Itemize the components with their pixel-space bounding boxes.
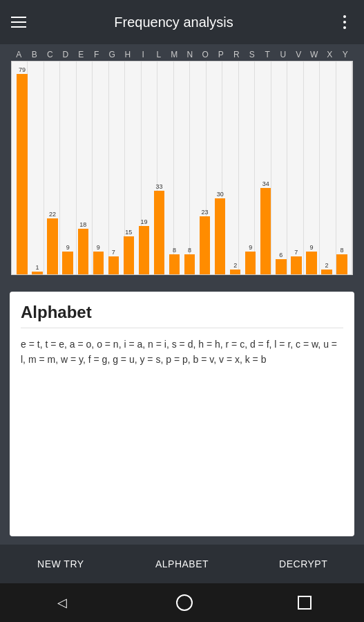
- bar-value-w: 9: [309, 245, 313, 251]
- alphabet-card-title: Alphabet: [21, 303, 343, 322]
- bar-w: [306, 252, 316, 274]
- chart-label-o: O: [198, 50, 212, 59]
- bar-m: [169, 254, 180, 274]
- alphabet-card: Alphabet e = t, t = e, a = o, o = n, i =…: [10, 292, 354, 536]
- bar-value-r: 2: [233, 263, 237, 269]
- bar-col-h: 15: [121, 67, 136, 274]
- chart-label-l: L: [152, 50, 166, 59]
- bar-t: [260, 188, 271, 274]
- bar-u: [276, 259, 286, 274]
- bar-value-m: 8: [173, 247, 176, 254]
- chart-label-n: N: [183, 50, 197, 59]
- bar-col-p: 30: [213, 67, 228, 274]
- bar-c: [47, 218, 57, 274]
- bar-col-x: 2: [319, 67, 334, 274]
- bar-value-o: 23: [202, 209, 209, 216]
- chart-label-d: D: [59, 50, 73, 59]
- bar-value-b: 1: [36, 265, 39, 271]
- bar-d: [62, 252, 73, 274]
- bar-s: [245, 252, 256, 274]
- bar-value-l: 33: [155, 184, 162, 190]
- bar-col-l: 33: [151, 67, 166, 274]
- bar-value-v: 7: [294, 249, 298, 256]
- bar-value-d: 9: [66, 245, 70, 251]
- bar-col-c: 22: [45, 67, 60, 274]
- chart-label-t: T: [260, 50, 274, 59]
- chart-label-c: C: [43, 50, 57, 59]
- chart-label-p: P: [214, 50, 228, 59]
- bar-value-x: 2: [325, 263, 328, 269]
- bar-col-m: 8: [166, 67, 182, 274]
- bar-y: [336, 254, 347, 274]
- bar-col-b: 1: [30, 67, 45, 274]
- bar-col-g: 7: [106, 67, 121, 274]
- chart-label-s: S: [245, 50, 259, 59]
- bar-value-u: 6: [279, 252, 282, 258]
- bar-b: [32, 272, 42, 274]
- chart-label-x: X: [323, 50, 336, 59]
- bar-i: [139, 226, 149, 274]
- chart-x-labels: ABCDEFGHILMNOPRSTUVWXY: [11, 50, 353, 61]
- bar-value-a: 79: [19, 67, 26, 73]
- back-button[interactable]: ◁: [52, 593, 72, 612]
- bar-g: [108, 256, 119, 274]
- recent-button[interactable]: [298, 596, 312, 610]
- bar-col-w: 9: [304, 67, 319, 274]
- bar-col-t: 34: [258, 67, 274, 274]
- system-nav-bar: ◁: [0, 583, 364, 622]
- chart-label-u: U: [276, 50, 290, 59]
- chart-label-y: Y: [338, 50, 352, 59]
- bar-value-s: 9: [249, 245, 252, 251]
- chart-label-b: B: [28, 50, 41, 59]
- bar-e: [78, 229, 88, 274]
- bar-value-h: 15: [125, 229, 132, 236]
- chart-label-w: W: [307, 50, 321, 59]
- chart-label-m: M: [167, 50, 181, 59]
- bar-col-f: 9: [90, 67, 106, 274]
- bar-v: [291, 256, 301, 274]
- bar-col-a: 79: [15, 67, 30, 274]
- bar-col-i: 19: [136, 67, 151, 274]
- bar-h: [124, 236, 134, 274]
- chart-label-g: G: [105, 50, 119, 59]
- bar-col-n: 8: [182, 67, 198, 274]
- bar-a: [17, 74, 27, 274]
- app-bar-title: Frequency analysis: [36, 15, 312, 30]
- bar-value-e: 18: [79, 222, 86, 228]
- chart-container: ABCDEFGHILMNOPRSTUVWXY 79122918971519338…: [0, 44, 364, 283]
- bar-col-d: 9: [60, 67, 75, 274]
- chart-label-h: H: [121, 50, 135, 59]
- bar-r: [230, 270, 240, 274]
- alphabet-divider: [21, 328, 343, 328]
- bar-value-p: 30: [217, 191, 224, 198]
- bar-f: [93, 252, 104, 274]
- chart-label-r: R: [229, 50, 243, 59]
- decrypt-button[interactable]: DECRYPT: [242, 545, 364, 583]
- bar-value-g: 7: [112, 249, 115, 256]
- bar-col-o: 23: [198, 67, 213, 274]
- frequency-chart: 7912291897151933882330293467928: [11, 61, 353, 275]
- bar-col-s: 9: [243, 67, 258, 274]
- chart-label-v: V: [291, 50, 305, 59]
- bar-col-r: 2: [228, 67, 243, 274]
- bar-value-n: 8: [188, 247, 191, 254]
- bar-n: [184, 254, 195, 274]
- bar-value-y: 8: [341, 247, 344, 254]
- chart-label-e: E: [74, 50, 88, 59]
- bar-l: [154, 191, 164, 274]
- more-vertical-icon[interactable]: [336, 14, 353, 30]
- bar-value-i: 19: [140, 219, 147, 225]
- menu-icon[interactable]: [11, 10, 36, 35]
- bar-value-f: 9: [97, 245, 100, 251]
- bar-x: [321, 270, 332, 274]
- bar-p: [215, 198, 225, 274]
- bar-col-u: 6: [274, 67, 289, 274]
- chart-label-a: A: [12, 50, 26, 59]
- chart-label-i: I: [136, 50, 150, 59]
- new-try-button[interactable]: NEW TRY: [0, 545, 122, 583]
- bar-value-t: 34: [262, 181, 269, 187]
- bar-col-e: 18: [75, 67, 90, 274]
- alphabet-button[interactable]: ALPHABET: [122, 545, 243, 583]
- bar-o: [200, 216, 210, 274]
- home-button[interactable]: [176, 594, 193, 611]
